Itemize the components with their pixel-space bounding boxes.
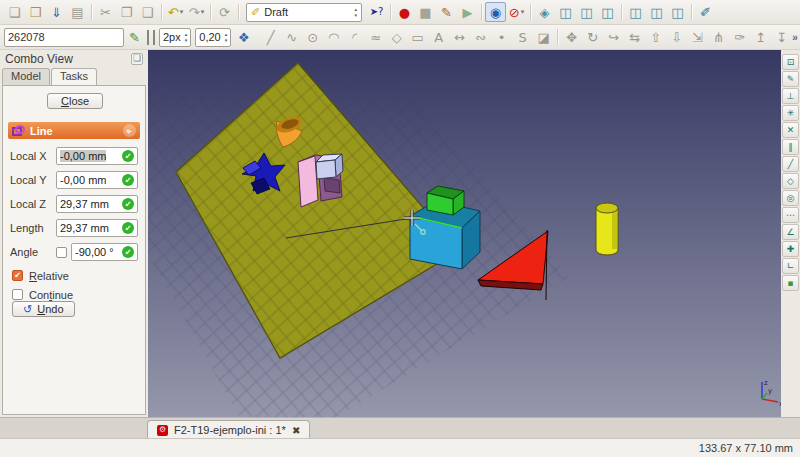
view-top-icon[interactable]: ◫ [576,2,597,22]
view-rear-icon[interactable]: ◫ [625,2,646,22]
green-cube-object[interactable] [427,186,464,215]
snap-endpoint-icon[interactable]: ✎ [782,71,799,87]
view-right-icon[interactable]: ◫ [597,2,618,22]
draft-edit-icon[interactable]: ✑ [729,27,750,47]
draft-facebinder-icon[interactable]: ◪ [533,27,554,47]
line-task-header[interactable]: Line « [8,122,140,139]
toolbar-overflow-chevron[interactable]: » [792,32,800,43]
macro-record-icon[interactable]: ● [394,2,415,22]
snap-special-icon[interactable]: ✚ [782,241,799,257]
redo-dropdown-arrow[interactable]: ▾ [201,8,205,16]
draft-wire-icon[interactable]: ∿ [281,27,302,47]
draw-style-icon[interactable]: ⊘▾ [506,2,527,22]
construction-mode-icon[interactable]: ✎ [124,27,145,47]
whats-this-icon[interactable]: ➤? [366,2,387,22]
draft-circle-icon[interactable]: ⊙ [302,27,323,47]
snap-lock-icon[interactable]: ⊡ [782,54,799,70]
measure-distance-icon[interactable]: ✐ [695,2,716,22]
face-color-swatch[interactable] [153,30,155,45]
field-input[interactable]: -90,00 °✔ [71,243,138,261]
redo-icon[interactable]: ↷▾ [186,2,207,22]
view-front-icon[interactable]: ◫ [555,2,576,22]
relative-checkbox[interactable]: ✔ [12,270,23,281]
workbench-spin-arrows[interactable]: ▴▾ [354,6,357,18]
draft-line-icon[interactable]: ╱ [260,27,281,47]
checkbox-row-relative[interactable]: ✔Relative [3,266,145,285]
draft-arc-3points-icon[interactable]: ◜ [344,27,365,47]
draft-upgrade-icon[interactable]: ⇧ [645,27,666,47]
float-panel-icon[interactable]: ❏ [131,53,143,65]
macro-play-icon[interactable]: ▶ [457,2,478,22]
cut-icon[interactable]: ✂ [95,2,116,22]
draft-downgrade-icon[interactable]: ⇩ [666,27,687,47]
draft-move-icon[interactable]: ✥ [561,27,582,47]
draft-scale-icon[interactable]: ⇲ [687,27,708,47]
draft-text-icon[interactable]: A [428,27,449,47]
draft-offset-icon[interactable]: ↪ [603,27,624,47]
snap-intersection-icon[interactable]: ✕ [782,122,799,138]
snap-center-icon[interactable]: ◎ [782,190,799,206]
draft-shapestring-icon[interactable]: S [512,27,533,47]
draft-polygon-icon[interactable]: ◇ [386,27,407,47]
draft-dimension-icon[interactable]: ↔ [449,27,470,47]
refresh-icon[interactable]: ⟳ [214,2,235,22]
draft-bspline-icon[interactable]: ≈ [365,27,386,47]
draft-arc-icon[interactable]: ◠ [323,27,344,47]
tab-model[interactable]: Model [2,68,50,85]
snap-ortho-icon[interactable]: ∟ [782,258,799,274]
snap-dimensions-icon[interactable]: ⋯ [782,207,799,223]
snap-perpendicular-icon[interactable]: ⊥ [782,88,799,104]
snap-extension-icon[interactable]: ╱ [782,156,799,172]
print-icon[interactable]: ▤ [67,2,88,22]
draft-mirror-icon[interactable]: ⇆ [624,27,645,47]
3d-viewport[interactable]: z y x [148,50,781,417]
line-color-swatch[interactable] [147,30,149,45]
document-tab[interactable]: ⚙ F2-T19-ejemplo-ini : 1* ✖ [147,420,310,439]
draft-bezier-icon[interactable]: ∾ [470,27,491,47]
draft-trimex-icon[interactable]: ⋔ [708,27,729,47]
field-input[interactable]: 29,37 mm✔ [56,195,138,213]
draft-subelement-down-icon[interactable]: ↧ [771,27,792,47]
tab-close-icon[interactable]: ✖ [292,425,300,436]
draft-point-icon[interactable]: • [491,27,512,47]
draw-style-dropdown-arrow[interactable]: ▾ [521,8,525,16]
macro-stop-icon[interactable]: ■ [415,2,436,22]
fit-all-icon[interactable]: ◉ [485,2,506,22]
open-file-icon[interactable]: ❒ [25,2,46,22]
copy-icon[interactable]: ❐ [116,2,137,22]
apply-style-icon[interactable]: ❖ [233,27,254,47]
continue-checkbox[interactable] [12,289,23,300]
spin-arrows-icon[interactable]: ▴▾ [225,31,228,43]
collapse-icon[interactable]: « [120,121,138,139]
annotation-scale-field[interactable] [4,28,124,47]
field-input[interactable]: 29,37 mm✔ [56,219,138,237]
snap-midpoint-icon[interactable]: ◇ [782,173,799,189]
undo-button[interactable]: ↺ Undo [12,301,75,317]
angle-checkbox[interactable] [56,247,67,258]
new-file-icon[interactable]: ❏ [4,2,25,22]
snap-angle-icon[interactable]: ∠ [782,224,799,240]
workbench-selector[interactable]: ✐ Draft ▴▾ [246,3,362,22]
close-button[interactable]: Close [47,93,103,109]
line-width-spin[interactable]: 2px ▴▾ [159,28,191,47]
save-file-icon[interactable]: ⇓ [46,2,67,22]
spin-arrows-icon[interactable]: ▴▾ [185,31,188,43]
snap-working-plane-icon[interactable]: ▪ [782,275,799,291]
field-input[interactable]: -0,00 mm✔ [56,171,138,189]
view-axonometric-icon[interactable]: ◈ [534,2,555,22]
draft-rectangle-icon[interactable]: ▭ [407,27,428,47]
snap-parallel-icon[interactable]: ∥ [782,139,799,155]
field-input[interactable]: -0,00 mm✔ [56,147,138,165]
text-scale-spin[interactable]: 0,20 ▴▾ [195,28,231,47]
view-left-icon[interactable]: ◫ [667,2,688,22]
yellow-cylinder-object[interactable] [596,203,618,255]
paste-icon[interactable]: ❑ [137,2,158,22]
snap-grid-icon[interactable]: ✳ [782,105,799,121]
draft-rotate-icon[interactable]: ↻ [582,27,603,47]
undo-icon[interactable]: ↶▾ [165,2,186,22]
draft-subelement-up-icon[interactable]: ↥ [750,27,771,47]
macro-edit-icon[interactable]: ✎ [436,2,457,22]
undo-dropdown-arrow[interactable]: ▾ [180,8,184,16]
tab-tasks[interactable]: Tasks [51,68,97,85]
view-bottom-icon[interactable]: ◫ [646,2,667,22]
